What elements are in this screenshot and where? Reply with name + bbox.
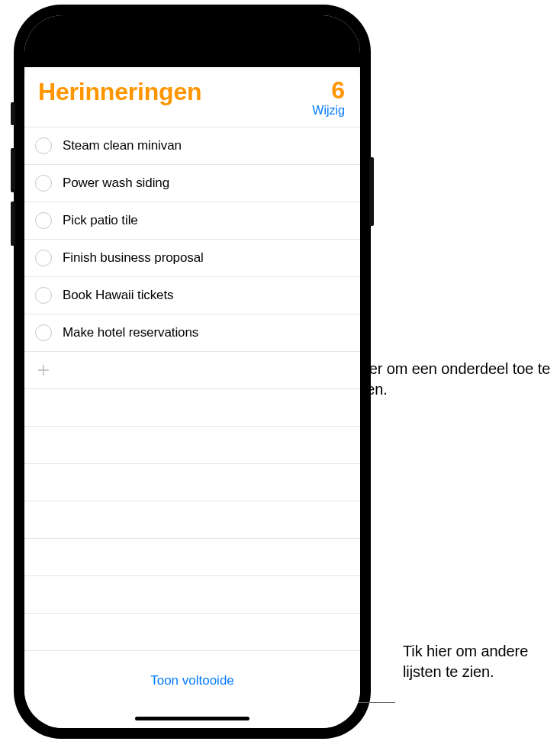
reminder-label: Steam clean minivan xyxy=(63,138,182,153)
svg-rect-0 xyxy=(285,34,288,37)
empty-row xyxy=(24,539,360,576)
notch xyxy=(111,15,273,40)
wifi-icon xyxy=(303,26,316,39)
empty-row xyxy=(24,427,360,464)
power-button xyxy=(369,157,374,226)
empty-row xyxy=(24,464,360,501)
show-completed-button[interactable]: Toon voltooide xyxy=(24,673,360,688)
screen: 09:41 Herinneringen 6 Wijzig xyxy=(24,15,360,728)
edit-button[interactable]: Wijzig xyxy=(312,104,345,118)
svg-rect-3 xyxy=(297,27,299,37)
empty-row xyxy=(24,501,360,539)
svg-rect-5 xyxy=(321,28,336,35)
svg-rect-6 xyxy=(338,30,340,34)
empty-row xyxy=(24,389,360,427)
radio-icon[interactable] xyxy=(35,212,52,229)
reminder-label: Finish business proposal xyxy=(63,250,204,266)
reminders-list: Steam clean minivan Power wash siding Pi… xyxy=(24,127,360,651)
reminder-label: Make hotel reservations xyxy=(63,325,198,340)
status-time: 09:41 xyxy=(44,26,73,39)
home-indicator[interactable] xyxy=(135,717,249,720)
reminder-row[interactable]: Book Hawaii tickets xyxy=(24,277,360,314)
reminders-count: 6 xyxy=(312,78,345,102)
empty-row xyxy=(24,576,360,614)
radio-icon[interactable] xyxy=(35,287,52,304)
page-title: Herinneringen xyxy=(38,78,201,118)
cellular-signal-icon xyxy=(285,26,299,39)
phone-frame: 09:41 Herinneringen 6 Wijzig xyxy=(14,5,371,739)
reminder-row[interactable]: Make hotel reservations xyxy=(24,314,360,352)
callout-other-lists-text-wrap: Tik hier om andere lijsten te zien. xyxy=(403,641,555,682)
radio-icon[interactable] xyxy=(35,137,52,154)
reminder-label: Power wash siding xyxy=(63,176,169,191)
reminders-sheet: Herinneringen 6 Wijzig Steam clean miniv… xyxy=(24,67,360,728)
battery-icon xyxy=(320,26,340,39)
radio-icon[interactable] xyxy=(35,324,52,341)
svg-rect-1 xyxy=(289,32,291,37)
reminder-row[interactable]: Finish business proposal xyxy=(24,240,360,277)
callout-text: Tik hier om een onderdeel toe te voegen. xyxy=(333,359,551,400)
radio-icon[interactable] xyxy=(35,175,52,192)
plus-icon: + xyxy=(35,359,52,381)
empty-row xyxy=(24,614,360,651)
callout-text: Tik hier om andere lijsten te zien. xyxy=(403,641,555,682)
reminder-row[interactable]: Pick patio tile xyxy=(24,202,360,240)
reminder-row[interactable]: Power wash siding xyxy=(24,165,360,202)
empty-lines xyxy=(24,389,360,651)
volume-down-button xyxy=(11,201,15,246)
reminder-label: Book Hawaii tickets xyxy=(63,288,174,303)
volume-up-button xyxy=(11,148,15,192)
reminder-row[interactable]: Steam clean minivan xyxy=(24,127,360,165)
svg-rect-2 xyxy=(293,30,295,37)
add-reminder-row[interactable]: + xyxy=(24,352,360,389)
radio-icon[interactable] xyxy=(35,250,52,266)
silence-switch xyxy=(11,102,15,125)
reminder-label: Pick patio tile xyxy=(63,213,138,228)
